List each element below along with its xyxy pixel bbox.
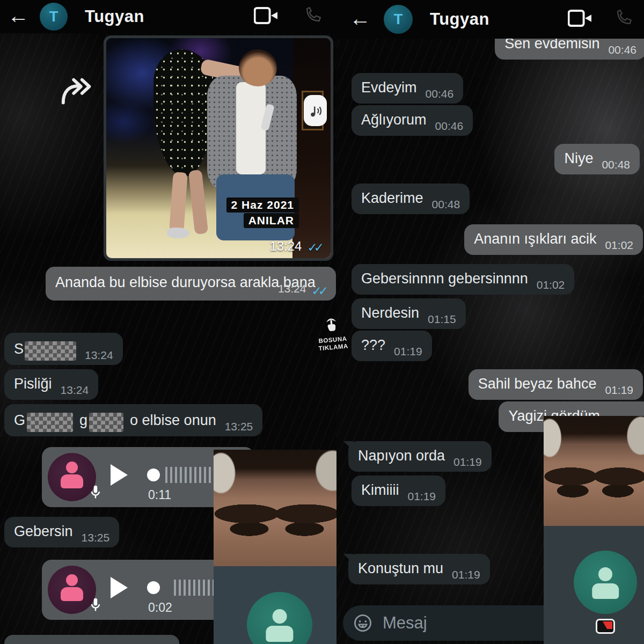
- photo-date-badge: 2 Haz 2021: [226, 197, 299, 213]
- video-call-self-view[interactable]: [544, 416, 644, 644]
- voice-duration: 0:02: [148, 601, 172, 615]
- read-receipt-icon: ✓✓: [311, 283, 328, 299]
- outgoing-message-caption[interactable]: Ananda bu elbise duruyorsa arakla bana 1…: [46, 267, 336, 301]
- partial-message-bubble[interactable]: [4, 635, 179, 644]
- voice-call-icon[interactable]: [303, 6, 321, 27]
- avatar-letter: T: [49, 9, 58, 25]
- read-receipt-icon: ✓✓: [307, 240, 324, 255]
- screen-cast-icon[interactable]: [596, 619, 615, 634]
- play-icon[interactable]: [111, 577, 128, 598]
- message-text: o elbise onun: [130, 412, 216, 429]
- voice-call-icon[interactable]: [614, 9, 632, 30]
- message-text: Kaderime: [361, 189, 423, 207]
- message-text: Nerdesin: [361, 304, 419, 322]
- message-text: Kimiiii: [361, 481, 399, 499]
- play-icon[interactable]: [111, 464, 128, 486]
- message-time: 00:46: [435, 119, 464, 133]
- contact-name[interactable]: Tugyan: [430, 10, 489, 29]
- incoming-message[interactable]: ??? 01:19: [352, 331, 432, 361]
- media-sound-icon: [304, 95, 327, 126]
- photo-woman-leg: [188, 170, 208, 235]
- chat-header: ← T Tugyan: [0, 0, 336, 33]
- message-time: 13:25: [225, 420, 253, 434]
- incoming-message[interactable]: Kimiiii 01:19: [352, 475, 445, 506]
- forward-icon[interactable]: [59, 76, 97, 108]
- pixelated-censor-block: [89, 413, 123, 432]
- photo-man-head: [239, 49, 277, 87]
- message-time: 01:19: [408, 489, 436, 503]
- incoming-message[interactable]: Evdeyim 00:46: [352, 73, 463, 104]
- message-text: Sahil beyaz bahce: [478, 375, 597, 393]
- message-time: 00:48: [602, 158, 630, 172]
- emoji-icon[interactable]: [353, 613, 373, 633]
- input-placeholder: Mesaj: [383, 613, 427, 633]
- incoming-message[interactable]: Kaderime 00:48: [352, 184, 470, 214]
- photo-woman-leg: [169, 172, 188, 232]
- message-text: Ananın ışıkları acik: [474, 230, 596, 248]
- message-text: S: [14, 340, 24, 358]
- incoming-message-censored[interactable]: G g o elbise onun 13:25: [4, 404, 262, 436]
- incoming-message[interactable]: Napıyon orda 01:19: [348, 441, 492, 472]
- microphone-icon: [87, 484, 104, 504]
- message-time: 01:19: [394, 345, 422, 358]
- video-call-self-view[interactable]: [214, 450, 336, 644]
- pixelated-censor-block: [25, 341, 76, 361]
- progress-dot[interactable]: [147, 581, 160, 594]
- incoming-message[interactable]: Pisliği 13:24: [4, 369, 98, 400]
- call-avatar-circle: [574, 551, 637, 614]
- photo-timestamp: 13:24 ✓✓: [269, 239, 324, 254]
- photo-overlay-badges: 2 Haz 2021 ANILAR: [226, 197, 299, 228]
- message-text: Napıyon orda: [358, 447, 445, 465]
- message-text: g: [79, 412, 87, 429]
- incoming-message[interactable]: Konuştun mu 01:19: [348, 554, 490, 584]
- video-call-icon[interactable]: [254, 7, 279, 26]
- person-icon: [574, 551, 637, 614]
- avatar-letter: T: [394, 11, 403, 28]
- video-call-icon[interactable]: [568, 10, 592, 29]
- contact-avatar[interactable]: T: [40, 3, 68, 31]
- photo-album-badge: ANILAR: [244, 213, 299, 228]
- message-time: 01:15: [428, 312, 456, 326]
- back-icon[interactable]: ←: [349, 8, 371, 29]
- incoming-message[interactable]: Gebersinnnn gebersinnnn 01:02: [352, 264, 574, 295]
- microphone-icon: [87, 597, 104, 617]
- message-text: ???: [361, 336, 385, 354]
- incoming-message[interactable]: Ağlıyorum 00:46: [352, 105, 473, 136]
- voice-duration: 0:11: [148, 488, 171, 502]
- message-time: 01:02: [537, 278, 565, 292]
- outgoing-message[interactable]: Niye 00:48: [554, 144, 640, 174]
- photo-time: 13:24: [269, 239, 302, 254]
- video-call-avatar-panel: [544, 526, 644, 644]
- incoming-message[interactable]: Nerdesin 01:15: [352, 298, 466, 329]
- outgoing-message[interactable]: Ananın ışıkları acik 01:02: [464, 224, 643, 255]
- header-actions: [568, 9, 644, 30]
- message-time: 13:24: [85, 348, 113, 362]
- message-text: Konuştun mu: [358, 560, 443, 577]
- message-text: Ağlıyorum: [361, 111, 427, 129]
- video-call-face: [214, 450, 336, 566]
- pixelated-censor-block: [27, 413, 73, 432]
- message-time: 01:19: [453, 455, 482, 469]
- incoming-message[interactable]: Gebersin 13:25: [4, 517, 119, 547]
- voice-sender-avatar: [48, 453, 96, 501]
- message-time: 01:02: [605, 238, 633, 252]
- message-time: 13:24: [278, 281, 306, 296]
- photo-message[interactable]: 2 Haz 2021 ANILAR 13:24 ✓✓: [104, 35, 333, 261]
- message-text: Niye: [564, 150, 593, 167]
- incoming-message-censored[interactable]: S 13:24: [4, 333, 123, 365]
- contact-avatar[interactable]: T: [384, 5, 413, 34]
- message-time: 01:19: [452, 568, 480, 582]
- message-time: 13:25: [82, 531, 110, 545]
- call-avatar-circle: [247, 592, 312, 644]
- message-text: Pisliği: [14, 375, 52, 393]
- back-icon[interactable]: ←: [8, 5, 29, 26]
- progress-dot[interactable]: [147, 469, 160, 481]
- message-text: Ananda bu elbise duruyorsa arakla bana: [55, 274, 316, 290]
- contact-name[interactable]: Tugyan: [85, 7, 144, 26]
- header-actions: [254, 6, 336, 27]
- outgoing-message[interactable]: Sahil beyaz bahce 01:19: [469, 369, 643, 400]
- message-text: Gebersin: [14, 523, 73, 540]
- chat-panel-left: ← T Tugyan: [0, 0, 336, 644]
- message-meta: 13:24 ✓✓: [278, 280, 328, 296]
- message-text: Evdeyim: [361, 79, 417, 97]
